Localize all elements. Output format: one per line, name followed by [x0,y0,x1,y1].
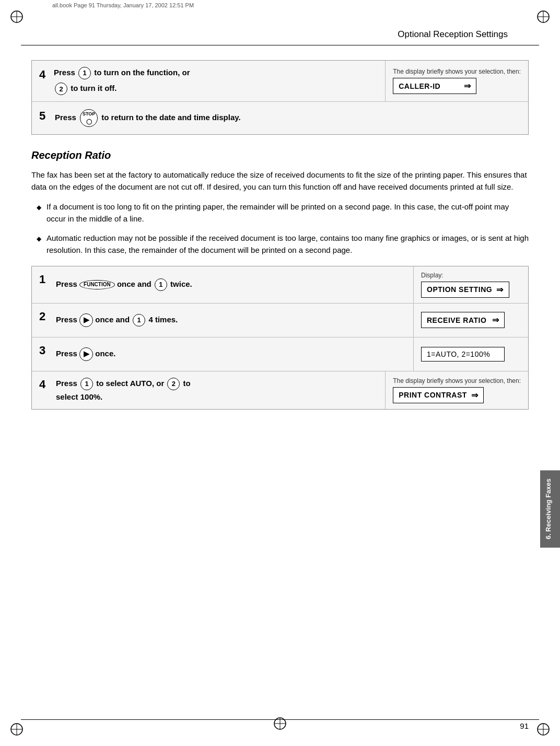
function-button[interactable]: FUNCTION [79,280,115,289]
lower-step-1-display: Display: OPTION SETTING ⇒ [413,266,528,303]
step-4-text-before: Press [54,68,77,77]
lower-step-2-after: 4 times. [148,315,178,324]
step-4-display-text: CALLER-ID [399,82,440,90]
lower-step-4-after: to [183,379,191,388]
lower-step-4-row: 4 Press 1 to select AUTO, or 2 to select… [32,371,528,410]
lower-step-2-text: Press ▶ once and 1 4 times. [56,313,408,327]
step-4-number: 4 [32,61,51,101]
bullet-text-2: Automatic reduction may not be possible … [46,232,529,257]
upper-instruction-box: 4 Press 1 to turn on the function, or 2 … [31,60,529,135]
lower-step-4-mid: to select AUTO, or [96,379,166,388]
lower-step-4-display-text: PRINT CONTRAST [399,391,467,399]
lower-step-4-display: The display briefly shows your selection… [385,371,528,410]
corner-mark-bl [9,722,24,737]
step-5-text: Press STOP ◯ to return to the date and t… [55,109,241,127]
lower-btn-2[interactable]: 1 [133,314,145,327]
lower-step-1-before: Press [56,279,79,288]
lower-step-1-middle: once and [117,279,154,288]
step-4-sub-text: to turn it off. [71,84,116,92]
lower-step-2-row: 2 Press ▶ once and 1 4 times. RECEIVE RA… [32,304,528,337]
reception-ratio-body: The fax has been set at the factory to a… [31,169,529,193]
step-4-content: Press 1 to turn on the function, or 2 to… [51,61,385,101]
btn-1-circle[interactable]: 1 [78,67,91,79]
page-number: 91 [520,721,529,730]
main-content: 4 Press 1 to turn on the function, or 2 … [0,45,560,440]
step-5-text-after: to return to the date and time display. [101,113,240,122]
page-header: Optional Reception Settings [21,10,539,45]
lower-step-2-arrow: ⇒ [492,315,499,325]
lower-btn-4a[interactable]: 1 [80,378,93,390]
step-4-text-mid: to turn on the function, or [94,68,190,77]
lower-step-4-content: Press 1 to select AUTO, or 2 to select 1… [51,371,385,410]
lower-step-4-sub-text: select 100%. [56,392,102,401]
lower-step-3-row: 3 Press ▶ once. 1=AUTO, 2=100% [32,337,528,371]
lower-step-1-arrow: ⇒ [496,285,504,295]
lower-step-4-num: 4 [32,371,51,410]
lower-step-4-text: Press 1 to select AUTO, or 2 to [56,378,380,390]
side-tab: 6. Receiving Faxes [540,470,560,547]
step-5-content: Press STOP ◯ to return to the date and t… [51,102,528,134]
lower-step-2-display-text: RECEIVE RATIO [427,316,486,324]
bottom-center-mark [273,716,287,732]
lower-step-4-arrow: ⇒ [471,390,479,400]
lower-step-3-text: Press ▶ once. [56,347,408,361]
stop-button[interactable]: STOP ◯ [80,109,98,127]
btn-2-circle[interactable]: 2 [55,83,67,95]
bullet-diamond-1: ◆ [37,203,41,213]
lower-step-3-num: 3 [32,337,51,371]
step-4-display: The display briefly shows your selection… [385,61,528,101]
nav-button-1[interactable]: ▶ [79,313,93,327]
reception-ratio-heading: Reception Ratio [31,149,529,161]
lower-step-3-display: 1=AUTO, 2=100% [413,337,528,371]
lower-btn-1[interactable]: 1 [155,278,167,291]
lower-step-2-num: 2 [32,304,51,337]
lower-step-1-display-box: OPTION SETTING ⇒ [421,282,509,298]
lower-step-1-after: twice. [170,279,192,288]
corner-mark-tl [9,9,24,24]
lower-step-4-before: Press [56,379,79,388]
bullet-item-2: ◆ Automatic reduction may not be possibl… [31,232,529,257]
lower-step-1-content: Press FUNCTION once and 1 twice. [51,266,413,303]
lower-step-3-before: Press [56,349,79,358]
lower-step-2-display: RECEIVE RATIO ⇒ [413,304,528,337]
lower-step-3-after: once. [95,349,115,358]
lower-step-2-content: Press ▶ once and 1 4 times. [51,304,413,337]
lower-step-4-display-label: The display briefly shows your selection… [393,377,521,384]
step-5-number: 5 [32,102,51,134]
lower-step-1-text: Press FUNCTION once and 1 twice. [56,278,408,291]
bullet-text-1: If a document is too long to fit on the … [46,201,529,225]
bullet-list: ◆ If a document is too long to fit on th… [31,201,529,257]
lower-step-2-middle: once and [95,315,132,324]
lower-step-3-content: Press ▶ once. [51,337,413,371]
file-info: all.book Page 91 Thursday, January 17, 2… [21,0,539,10]
nav-button-2[interactable]: ▶ [79,347,93,361]
lower-step-1-display-label: Display: [421,272,444,279]
step-4-display-label: The display briefly shows your selection… [393,68,521,75]
step-5-row: 5 Press STOP ◯ to return to the date and… [32,102,528,134]
bullet-item-1: ◆ If a document is too long to fit on th… [31,201,529,225]
lower-step-1-row: 1 Press FUNCTION once and 1 twice. Displ… [32,266,528,304]
bullet-diamond-2: ◆ [37,234,41,244]
step-4-row: 4 Press 1 to turn on the function, or 2 … [32,61,528,102]
lower-step-3-display-box: 1=AUTO, 2=100% [421,347,505,362]
lower-step-1-display-text: OPTION SETTING [427,285,492,294]
step-4-text: Press 1 to turn on the function, or [54,67,378,79]
corner-mark-br [536,722,551,737]
step-4-sub: 2 to turn it off. [54,83,378,95]
lower-step-4-display-box: PRINT CONTRAST ⇒ [393,387,484,403]
lower-step-2-before: Press [56,315,79,324]
lower-step-4-sub: select 100%. [56,391,380,403]
lower-step-2-display-box: RECEIVE RATIO ⇒ [421,312,505,328]
step-5-text-before: Press [55,113,78,122]
step-4-display-box: CALLER-ID ⇒ [393,78,476,94]
corner-mark-tr [536,9,551,24]
lower-btn-4b[interactable]: 2 [167,378,180,390]
step-4-display-arrow: ⇒ [464,81,471,91]
page-title: Optional Reception Settings [398,29,508,39]
lower-instruction-box: 1 Press FUNCTION once and 1 twice. Displ… [31,266,529,410]
lower-step-1-num: 1 [32,266,51,303]
